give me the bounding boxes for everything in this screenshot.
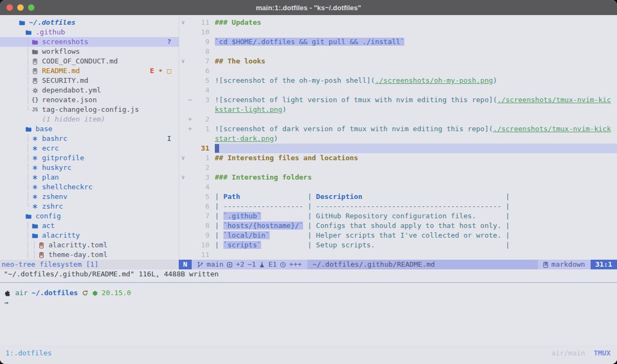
line-text xyxy=(215,250,617,260)
git-sync-icon xyxy=(82,290,88,296)
editor-line[interactable]: 4 xyxy=(179,85,617,95)
tree-item-act[interactable]: │act xyxy=(0,221,179,231)
terminal-content: ~/.dotfiles.github│screenshots?│workflow… xyxy=(0,15,617,364)
asterisk-icon xyxy=(31,175,39,180)
editor-line[interactable]: +1![screenshot of dark version of tmux w… xyxy=(179,124,617,134)
line-number: 1 xyxy=(193,124,215,134)
editor-line[interactable]: ∨11### Updates xyxy=(179,18,617,27)
tmux-session-window[interactable]: 1:.dotfiles xyxy=(5,348,52,358)
fold-marker xyxy=(179,76,187,85)
tree-item-alacritty[interactable]: │alacritty xyxy=(0,231,179,240)
editor-line[interactable]: 5| Path | Description | xyxy=(179,192,617,202)
editor-line[interactable]: 9| `local/bin` | Helper scripts that I'v… xyxy=(179,231,617,240)
tree-item-plan[interactable]: │plan xyxy=(0,173,179,182)
editor-line[interactable]: 11 xyxy=(179,250,617,260)
line-text: | `scripts` | Setup scripts. | xyxy=(215,240,617,250)
editor-line[interactable]: 10 xyxy=(179,27,617,37)
editor-line[interactable]: 9`cd $HOME/.dotfiles && git pull && ./in… xyxy=(179,37,617,47)
fold-marker xyxy=(179,95,187,105)
status-badge: I xyxy=(167,134,171,144)
editor-line[interactable]: 8 xyxy=(179,47,617,56)
indent-guide: │ xyxy=(25,85,31,95)
editor-line[interactable]: kstart-light.png) xyxy=(179,105,617,115)
fold-marker xyxy=(179,240,187,250)
close-button[interactable] xyxy=(6,4,13,11)
fold-marker[interactable]: ∨ xyxy=(179,153,187,163)
tree-item-zshenv[interactable]: │zshenv xyxy=(0,192,179,202)
tree-item-.github[interactable]: .github xyxy=(0,27,179,37)
line-number: 10 xyxy=(193,240,215,250)
tree-item-ecrc[interactable]: │ecrc xyxy=(0,144,179,153)
tree-item--.dotfiles[interactable]: ~/.dotfiles xyxy=(0,18,179,27)
editor-line[interactable]: 6| ------------------- | ---------------… xyxy=(179,202,617,211)
tree-item-gitprofile[interactable]: │gitprofile xyxy=(0,153,179,163)
tree-item--1-hidden-item-[interactable]: (1 hidden item) xyxy=(0,115,179,124)
status-badge: □ xyxy=(167,66,171,76)
tree-item-code-of-conduct.md[interactable]: │MCODE_OF_CONDUCT.md xyxy=(0,56,179,66)
line-number: 8 xyxy=(193,221,215,231)
tree-item-readme.md[interactable]: │MREADME.mdE•□ xyxy=(0,66,179,76)
tree-item-renovate.json[interactable]: │{}renovate.json xyxy=(0,95,179,105)
tree-item-theme-day.toml[interactable]: ││Mtheme-day.toml xyxy=(0,250,179,260)
fold-marker xyxy=(179,163,187,173)
tree-item-tag-changelog-config.js[interactable]: └JStag-changelog-config.js xyxy=(0,105,179,115)
status-badge: E xyxy=(150,66,155,76)
asterisk-icon xyxy=(31,194,39,199)
editor-line[interactable]: ∨1## Interesting files and locations xyxy=(179,153,617,163)
git-sign xyxy=(187,192,193,202)
flask-icon xyxy=(259,262,265,268)
fold-marker xyxy=(179,66,187,76)
editor-line[interactable]: ~3![screenshot of light version of tmux … xyxy=(179,95,617,105)
fold-marker[interactable]: ∨ xyxy=(179,56,187,66)
zoom-button[interactable] xyxy=(28,4,34,11)
editor-line[interactable]: 4 xyxy=(179,182,617,192)
titlebar[interactable]: main:1:.dotfiles - "ks~/.dotfiles" xyxy=(0,0,617,16)
tree-item-config[interactable]: config xyxy=(0,211,179,221)
fold-marker[interactable]: ∨ xyxy=(179,18,187,27)
git-branch: main xyxy=(207,260,223,269)
editor-buffer[interactable]: ∨11### Updates109`cd $HOME/.dotfiles && … xyxy=(179,15,617,260)
editor-line[interactable]: ∨7## The looks xyxy=(179,56,617,66)
fold-marker[interactable]: ∨ xyxy=(179,173,187,182)
tree-item-security.md[interactable]: │MSECURITY.md xyxy=(0,76,179,85)
tree-item-label: zshenv xyxy=(42,192,67,202)
tree-item-zshrc[interactable]: └zshrc xyxy=(0,202,179,211)
tree-item-screenshots[interactable]: │screenshots? xyxy=(0,37,179,47)
traffic-lights xyxy=(6,0,34,15)
editor-line[interactable]: 8| `hosts/{hostname}/` | Configs that sh… xyxy=(179,221,617,231)
indent-guide: │ xyxy=(25,182,31,192)
editor-line[interactable]: 6 xyxy=(179,66,617,76)
editor-line[interactable]: +2 xyxy=(179,115,617,124)
git-sign xyxy=(187,66,193,76)
tree-item-label: plan xyxy=(42,173,59,182)
shell-pane[interactable]: air ~/.dotfiles 20.15.0 → xyxy=(0,283,617,345)
editor-line[interactable]: 31 xyxy=(179,144,617,153)
fold-marker xyxy=(179,37,187,47)
line-number: 11 xyxy=(193,18,215,27)
prompt-arrow: → xyxy=(4,298,9,308)
cmdline-message: "~/.dotfiles/.github/README.md" 116L, 44… xyxy=(0,269,617,279)
tree-item-huskyrc[interactable]: │huskyrc xyxy=(0,163,179,173)
tree-item-workflows[interactable]: │workflows xyxy=(0,47,179,56)
tree-item-shellcheckrc[interactable]: │shellcheckrc xyxy=(0,182,179,192)
neotree-statusline: neo-tree filesystem [1] xyxy=(0,260,179,269)
line-text: ![screenshot of dark version of tmux wit… xyxy=(215,124,617,134)
tree-item-label: alacritty xyxy=(42,231,80,240)
line-number: 6 xyxy=(193,66,215,76)
tree-item-base[interactable]: base xyxy=(0,124,179,134)
editor-line[interactable]: 2 xyxy=(179,163,617,173)
tree-item-alacritty.toml[interactable]: ││Malacritty.toml xyxy=(0,240,179,250)
git-sign xyxy=(187,76,193,85)
editor-line[interactable]: start-dark.png) xyxy=(179,134,617,144)
editor-line[interactable]: 10| `scripts` | Setup scripts. | xyxy=(179,240,617,250)
tree-item-bashrc[interactable]: │bashrcI xyxy=(0,134,179,144)
neo-tree-sidebar[interactable]: ~/.dotfiles.github│screenshots?│workflow… xyxy=(0,15,179,260)
line-number: 5 xyxy=(193,192,215,202)
editor-line[interactable]: 7| `.github` | GitHub Repository configu… xyxy=(179,211,617,221)
tree-item-dependabot.yml[interactable]: │dependabot.yml xyxy=(0,85,179,95)
editor-line[interactable]: 5![screenshot of the oh-my-posh shell](.… xyxy=(179,76,617,85)
tree-item-label: huskyrc xyxy=(42,163,72,173)
line-text xyxy=(215,66,617,76)
editor-line[interactable]: ∨3### Interesting folders xyxy=(179,173,617,182)
minimize-button[interactable] xyxy=(17,4,24,11)
